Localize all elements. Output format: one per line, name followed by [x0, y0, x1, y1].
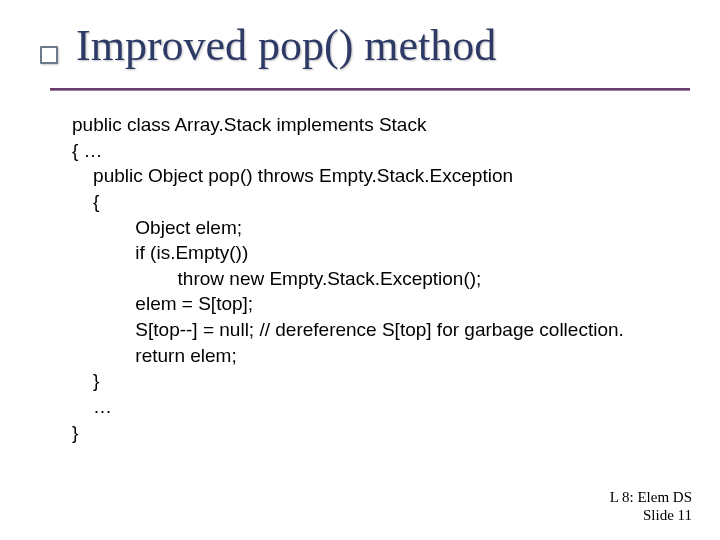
footer-line-1: L 8: Elem DS [610, 488, 692, 506]
slide-title: Improved pop() method [76, 20, 496, 71]
title-row: Improved pop() method [40, 20, 680, 71]
slide-footer: L 8: Elem DS Slide 11 [610, 488, 692, 524]
code-block: public class Array.Stack implements Stac… [72, 112, 690, 445]
slide: Improved pop() method public class Array… [0, 0, 720, 540]
title-underline [50, 88, 690, 90]
title-bullet-icon [40, 46, 58, 64]
footer-line-2: Slide 11 [610, 506, 692, 524]
